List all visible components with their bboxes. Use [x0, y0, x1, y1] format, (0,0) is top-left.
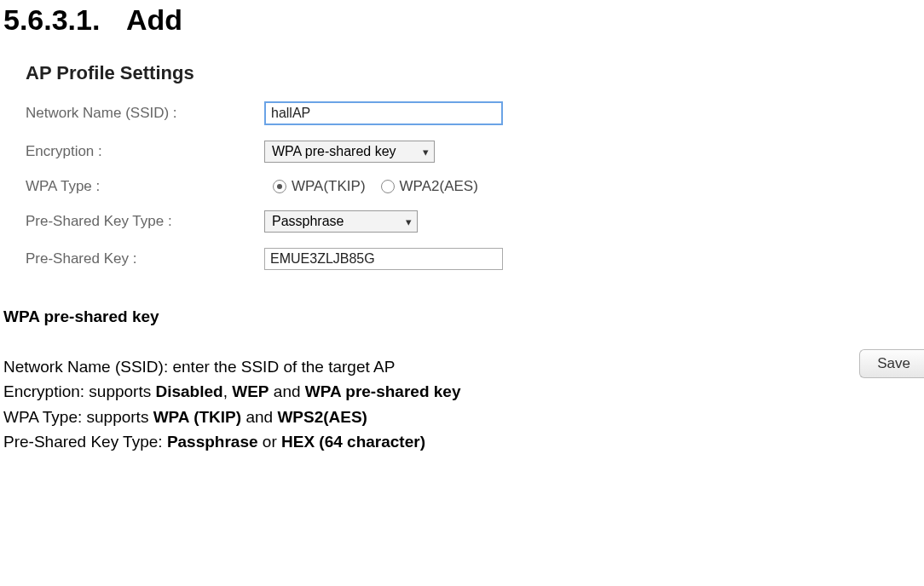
t: Passphrase [167, 433, 258, 451]
t: , [223, 382, 233, 400]
radio-icon [273, 180, 286, 193]
t: WPS2(AES) [277, 408, 367, 426]
explain-line-ssid: Network Name (SSID): enter the SSID of t… [3, 354, 924, 379]
row-ssid: Network Name (SSID) : [26, 101, 656, 125]
explanatory-text: WPA pre-shared key Network Name (SSID): … [3, 304, 924, 455]
t: or [258, 433, 281, 451]
label-encryption: Encryption : [26, 143, 264, 160]
radio-icon [381, 180, 395, 193]
row-encryption: Encryption : WPA pre-shared key [26, 141, 656, 163]
row-psk: Pre-Shared Key : [26, 248, 656, 270]
wpa-type-radio-group: WPA(TKIP) WPA2(AES) [273, 178, 478, 195]
explain-heading: WPA pre-shared key [3, 304, 924, 329]
t: Encryption: supports [3, 382, 155, 400]
explain-line-psk-type: Pre-Shared Key Type: Passphrase or HEX (… [3, 429, 924, 454]
save-button[interactable]: Save [859, 349, 924, 378]
ap-profile-settings-panel: AP Profile Settings Network Name (SSID) … [26, 62, 656, 270]
psk-type-select[interactable]: Passphrase [264, 210, 418, 233]
encryption-select-value: WPA pre-shared key [272, 144, 396, 159]
t: WPA pre-shared key [305, 382, 461, 400]
t: HEX (64 character) [281, 433, 425, 451]
label-psk-type: Pre-Shared Key Type : [26, 213, 264, 230]
encryption-select[interactable]: WPA pre-shared key [264, 141, 435, 163]
psk-input[interactable] [264, 248, 503, 270]
row-wpa-type: WPA Type : WPA(TKIP) WPA2(AES) [26, 178, 656, 195]
radio-wpa2-aes[interactable]: WPA2(AES) [381, 178, 478, 195]
panel-title: AP Profile Settings [26, 62, 656, 84]
row-psk-type: Pre-Shared Key Type : Passphrase [26, 210, 656, 233]
radio-wpa-tkip-label: WPA(TKIP) [292, 178, 366, 195]
t: WPA Type: supports [3, 408, 153, 426]
section-number: 5.6.3.1. [3, 3, 100, 37]
t: and [241, 408, 277, 426]
explain-line-wpa-type: WPA Type: supports WPA (TKIP) and WPS2(A… [3, 405, 924, 429]
t: WEP [232, 382, 269, 400]
section-title: Add [126, 3, 182, 37]
label-wpa-type: WPA Type : [26, 178, 264, 195]
t: Pre-Shared Key Type: [3, 433, 167, 451]
section-heading: 5.6.3.1. Add [0, 0, 924, 37]
t: and [269, 382, 305, 400]
t: WPA (TKIP) [153, 408, 241, 426]
label-ssid: Network Name (SSID) : [26, 105, 264, 122]
psk-type-select-value: Passphrase [272, 214, 344, 229]
radio-wpa-tkip[interactable]: WPA(TKIP) [273, 178, 366, 195]
t: Disabled [155, 382, 222, 400]
radio-wpa2-aes-label: WPA2(AES) [400, 178, 478, 195]
explain-line-encryption: Encryption: supports Disabled, WEP and W… [3, 379, 924, 404]
label-psk: Pre-Shared Key : [26, 250, 264, 267]
ssid-input[interactable] [264, 101, 503, 125]
